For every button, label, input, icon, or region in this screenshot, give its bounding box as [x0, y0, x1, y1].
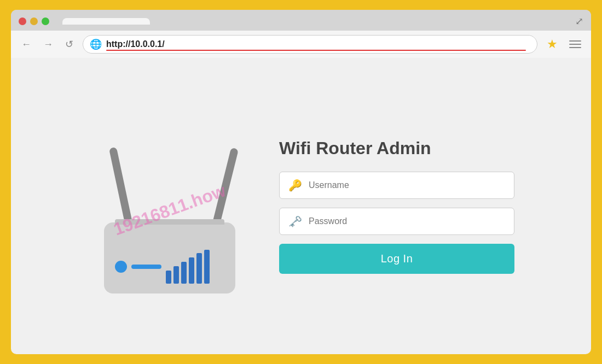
password-wrapper: 🗝️: [279, 208, 514, 235]
router-indicators: [115, 250, 210, 284]
login-panel: Wifi Router Admin 🔑 🗝️ Log In: [279, 138, 514, 274]
close-button[interactable]: [19, 17, 26, 25]
bar-4: [189, 257, 194, 284]
router-illustration: 19216811.how: [88, 119, 252, 293]
user-icon: 🔑: [288, 179, 302, 192]
nav-bar: ← → ↺ 🌐 ★: [11, 31, 591, 58]
bar-3: [181, 262, 187, 284]
bar-5: [196, 253, 202, 284]
url-underline: [106, 50, 526, 51]
menu-button[interactable]: [567, 38, 583, 50]
forward-button[interactable]: →: [40, 38, 56, 51]
menu-line-1: [569, 40, 581, 42]
antenna-right: [211, 148, 239, 229]
url-input[interactable]: [106, 39, 530, 49]
browser-tab[interactable]: [62, 18, 150, 25]
back-button[interactable]: ←: [19, 38, 34, 51]
reload-button[interactable]: ↺: [62, 37, 76, 51]
menu-line-3: [569, 47, 581, 48]
traffic-lights: [19, 17, 49, 25]
signal-bars: [166, 250, 210, 284]
key-icon: 🗝️: [288, 215, 302, 228]
minimize-button[interactable]: [30, 17, 38, 25]
password-input[interactable]: [309, 216, 505, 226]
bar-6: [204, 250, 210, 284]
antenna-left: [109, 147, 134, 229]
globe-icon: 🌐: [90, 38, 102, 50]
router-body: [104, 222, 235, 293]
browser-chrome: ⤢ ← → ↺ 🌐 ★: [11, 10, 591, 58]
bar-2: [173, 266, 179, 284]
bookmark-button[interactable]: ★: [544, 36, 560, 52]
power-indicator: [115, 261, 127, 273]
username-wrapper: 🔑: [279, 172, 514, 199]
title-bar: ⤢: [11, 10, 591, 31]
address-bar[interactable]: 🌐: [83, 35, 537, 54]
maximize-button[interactable]: [42, 17, 49, 25]
bar-1: [166, 271, 171, 284]
menu-line-2: [569, 44, 581, 45]
expand-icon[interactable]: ⤢: [575, 15, 583, 27]
username-input[interactable]: [309, 180, 505, 190]
browser-window: ⤢ ← → ↺ 🌐 ★: [11, 10, 591, 354]
page-title: Wifi Router Admin: [279, 138, 514, 158]
login-button[interactable]: Log In: [279, 244, 514, 274]
page-content: 19216811.how Wifi Router Admin 🔑 🗝️ Log …: [11, 58, 591, 354]
status-indicator: [131, 265, 161, 269]
